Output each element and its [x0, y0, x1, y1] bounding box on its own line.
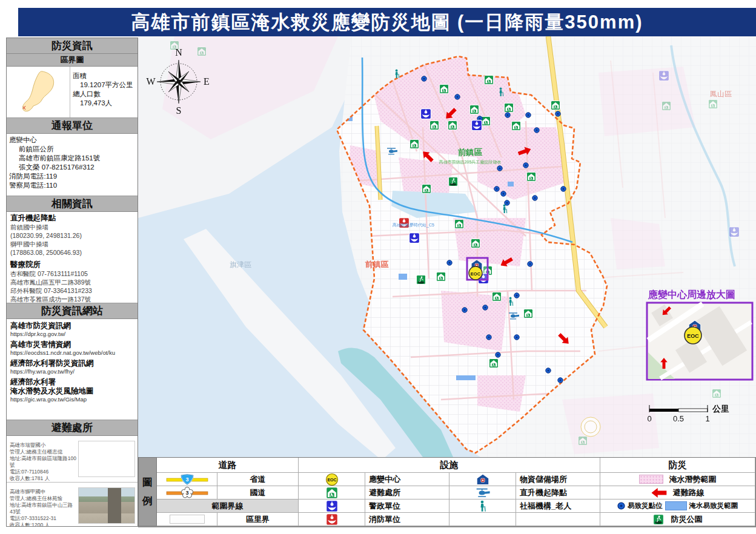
flood-risk-swatch	[665, 501, 687, 510]
legend-elder-icon	[449, 499, 516, 513]
shelter-2-photo	[78, 487, 135, 524]
legend-roads-header: 道路	[157, 458, 299, 473]
shelter-entry-1: 高雄市瑞豐國小 管理人:總務主任楊志億 地址:高雄市前鎮區瑞隆路100號 電話:…	[7, 436, 138, 483]
national-road-label: 國道	[217, 486, 299, 499]
shelter-1-manager: 管理人:總務主任楊志億	[10, 449, 77, 455]
district-shape-icon	[8, 68, 68, 116]
shelter-1-photo	[78, 441, 135, 477]
related-info-header: 相關資訊	[7, 196, 138, 212]
map-canvas: EOC 前鎮區 高雄市前鎮區205兵工廠區段徵收 前鎮區 旗津區 鳳山區 高雄輕…	[138, 36, 756, 457]
legend-police-label: 警政單位	[365, 499, 449, 513]
shelter-2-address: 地址:高雄市前鎮區中山三路43號	[10, 502, 77, 515]
eoc-line: 應變中心	[9, 136, 135, 145]
legend-fire-icon	[299, 513, 365, 526]
fire-phone: 消防局電話:119	[9, 172, 135, 181]
legend-elder-label: 社福機構_老人	[516, 499, 600, 513]
legend-empty-cell	[449, 513, 516, 526]
compass-e-label: E	[204, 76, 210, 87]
map-legend: 圖例 道路 設施 防災 3 省道 EOC 應變中	[138, 457, 756, 527]
inset-title: 應變中心周邊放大圖	[648, 289, 735, 300]
heliport-2: 獅甲國中操場	[10, 240, 134, 248]
svg-text:EOC: EOC	[327, 478, 336, 482]
svg-text:3: 3	[185, 490, 188, 496]
related-info-block: 直升機起降點 前鎮國中操場 (180230.99, 2498131.26) 獅甲…	[7, 212, 138, 303]
risk-point-icon	[617, 502, 625, 510]
provincial-road-label: 省道	[217, 473, 299, 486]
legend-boundary-header: 範圍界線	[157, 499, 299, 513]
scale-one: 1	[705, 414, 709, 423]
shelter-1-address: 地址:高雄市前鎮區瑞隆路100號	[10, 455, 77, 469]
site-1-url: https://dpr.kcg.gov.tw/	[10, 331, 134, 338]
eoc-highlight: EOC	[467, 258, 488, 280]
district-overview: 面積 19.1207平方公里 總人口數 179,473人	[7, 67, 138, 118]
area-value: 19.1207平方公里	[73, 81, 136, 90]
population-label: 總人口數	[73, 90, 136, 99]
shelter-1-capacity: 收容人數:1781 人	[10, 475, 77, 482]
shelter-1-phone: 電話:07-7110846	[10, 469, 77, 475]
legend-prevention-header: 防災	[600, 458, 755, 473]
report-unit-header: 通報單位	[7, 118, 138, 134]
district-sublabel-green: 高雄市前鎮區205兵工廠區段徵收	[439, 159, 502, 165]
flood-zone-swatch	[639, 475, 663, 484]
legend-police-icon	[299, 499, 365, 513]
inset-eoc-label: EOC	[687, 333, 699, 339]
district-shape-thumbnail	[7, 67, 70, 117]
info-sidebar: 防災資訊 區界圖 面積 19.1207平方公里 總人口數 179,473人 通報…	[6, 38, 138, 527]
legend-eoc-icon: EOC	[299, 473, 365, 486]
legend-side-label: 圖例	[139, 458, 157, 526]
shelter-2-name: 高雄市獅甲國中	[10, 489, 77, 495]
scale-zero: 0	[647, 414, 651, 423]
sidebar-header: 防災資訊	[7, 38, 138, 54]
eoc-map-label: EOC	[471, 271, 481, 277]
shelter-entry-2: 高雄市獅甲國中 管理人:總務主任林苑愉 地址:高雄市前鎮區中山三路43號 電話:…	[7, 483, 138, 527]
heliport-1: 前鎮國中操場	[10, 223, 134, 231]
compass-w-label: W	[146, 76, 156, 87]
legend-eoc-label: 應變中心	[365, 473, 449, 486]
legend-shelter-icon	[299, 486, 365, 499]
district-label-red: 前鎮區	[365, 260, 389, 269]
shelter-2-capacity: 收容人數:1200 人	[10, 522, 77, 527]
disaster-park-icon	[653, 514, 664, 525]
scale-half: 0.5	[673, 414, 684, 423]
district-label-green: 前鎮區	[458, 148, 483, 157]
shelter-2-manager: 管理人:總務主任林苑愉	[10, 495, 77, 502]
compass-s-label: S	[176, 105, 182, 116]
legend-heliport-label: 直升機起降點	[516, 486, 600, 499]
evac-arrow-icon	[651, 488, 667, 498]
legend-heliport-icon	[449, 486, 516, 499]
site-3-name: 經濟部水利署防災資訊網	[10, 359, 134, 368]
site-4-name-2: 淹水潛勢及水災風險地圖	[10, 387, 134, 396]
compass-n-label: N	[175, 47, 182, 58]
legend-fire-label: 消防單位	[365, 513, 449, 526]
scale-unit: 公里	[712, 404, 729, 414]
heliport-1-coord: (180230.99, 2498131.26)	[10, 231, 134, 240]
district-map-header: 區界圖	[7, 54, 138, 67]
legend-risk-items: 易致災點位 淹水易致災範圍	[600, 499, 755, 513]
legend-facilities-header: 設施	[299, 458, 600, 473]
site-1-name: 高雄市防災資訊網	[10, 321, 134, 331]
legend-flood-zone: 淹水潛勢範圍	[600, 473, 755, 486]
office-address: 高雄市前鎮區康定路151號	[9, 154, 135, 163]
district-line-swatch	[157, 513, 217, 526]
hospital-1-address: 高雄市鳳山區五甲二路389號	[10, 278, 134, 286]
heliport-2-coord: (178863.08, 2500646.93)	[10, 248, 134, 257]
legend-park: 防災公園	[600, 513, 755, 526]
legend-supply-label: 物資儲備場所	[516, 473, 600, 486]
disaster-park-icon	[449, 177, 458, 186]
qijin-district-label: 旗津區	[230, 260, 251, 269]
legend-empty-cell	[516, 513, 600, 526]
population-value: 179,473人	[73, 99, 136, 108]
site-2-url: https://eocdss1.ncdr.nat.gov.tw/web/ot/k…	[10, 349, 134, 357]
disaster-park-icon	[417, 275, 426, 285]
hospital-2: 邱外科醫院 07-3364131#233	[10, 286, 134, 295]
disaster-map-page: 高雄市前鎮區淹水救災應變防災地圖 (一日降雨量350mm) 防災資訊 區界圖 面…	[0, 0, 756, 534]
eoc-inset-map: 應變中心周邊放大圖 EOC	[647, 289, 752, 380]
site-4-url: https://gic.wra.gov.tw/Gis/Map	[10, 396, 134, 403]
main-map: EOC 前鎮區 高雄市前鎮區205兵工廠區段徵收 前鎮區 旗津區 鳳山區 高雄輕…	[138, 36, 756, 457]
fengshan-district-label: 鳳山區	[710, 90, 732, 98]
shelters-header: 避難處所	[7, 420, 138, 436]
site-4-name: 經濟部水利署	[10, 378, 134, 387]
district-line-label: 區里界	[217, 513, 299, 526]
legend-evac-route: 避難路線	[600, 486, 755, 499]
page-title: 高雄市前鎮區淹水救災應變防災地圖 (一日降雨量350mm)	[18, 8, 756, 36]
